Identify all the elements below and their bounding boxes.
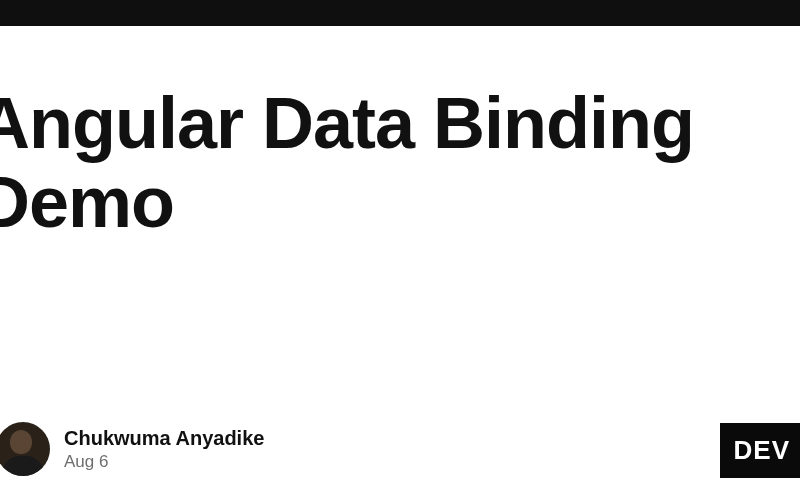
author-avatar[interactable] [0, 422, 50, 476]
author-row: Chukwuma Anyadike Aug 6 [0, 422, 796, 476]
author-info: Chukwuma Anyadike Aug 6 [64, 427, 264, 472]
dev-logo-badge[interactable]: DEV [720, 423, 800, 478]
author-name[interactable]: Chukwuma Anyadike [64, 427, 264, 450]
article-title: Angular Data Binding Demo [0, 84, 800, 242]
article-content: Angular Data Binding Demo [0, 84, 800, 242]
topbar [0, 0, 800, 26]
post-date: Aug 6 [64, 452, 264, 472]
